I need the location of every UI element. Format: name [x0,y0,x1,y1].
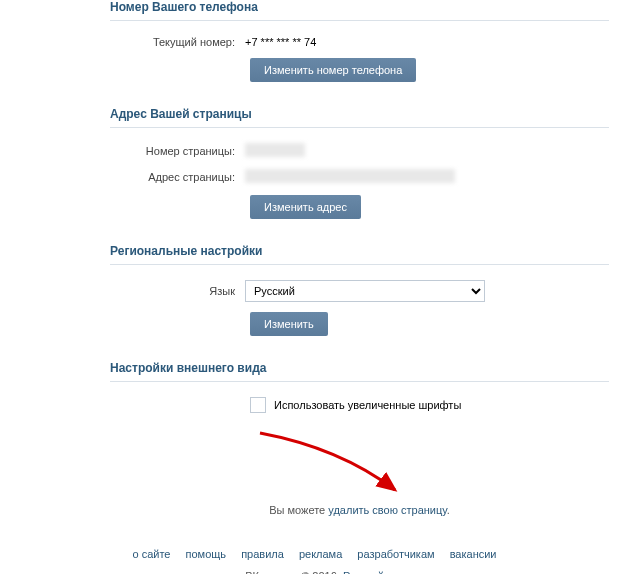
footer-links: о сайте помощь правила реклама разработч… [0,540,629,568]
footer-copyright: ВКонтакте © 2016 Русский [0,568,629,574]
phone-header: Номер Вашего телефона [110,0,609,21]
footer-jobs-link[interactable]: вакансии [450,548,497,560]
page-number-value-blurred [245,143,305,157]
current-phone-value: +7 *** *** ** 74 [245,36,316,48]
page-address-row: Адрес страницы: [110,169,609,185]
footer-language-link[interactable]: Русский [343,570,384,574]
page-address-value-blurred [245,169,455,183]
delete-suffix: . [447,504,450,516]
annotation-arrow-container [110,438,609,498]
language-select[interactable]: Русский [245,280,485,302]
address-header: Адрес Вашей страницы [110,107,609,128]
page-number-row: Номер страницы: [110,143,609,159]
change-language-button[interactable]: Изменить [250,312,328,336]
address-section: Адрес Вашей страницы Номер страницы: Адр… [110,107,609,219]
footer-help-link[interactable]: помощь [186,548,227,560]
current-phone-row: Текущий номер: +7 *** *** ** 74 [110,36,609,48]
change-phone-button[interactable]: Изменить номер телефона [250,58,416,82]
regional-header: Региональные настройки [110,244,609,265]
large-fonts-row: Использовать увеличенные шрифты [110,397,609,413]
footer-rules-link[interactable]: правила [241,548,284,560]
footer-about-link[interactable]: о сайте [132,548,170,560]
footer-brand: ВКонтакте [245,570,298,574]
footer-year: 2016 [312,570,336,574]
delete-account-link[interactable]: удалить свою страницу [328,504,446,516]
regional-section: Региональные настройки Язык Русский Изме… [110,244,609,336]
delete-prefix: Вы можете [269,504,328,516]
appearance-header: Настройки внешнего вида [110,361,609,382]
footer-developers-link[interactable]: разработчикам [357,548,434,560]
appearance-section: Настройки внешнего вида Использовать уве… [110,361,609,413]
change-address-button[interactable]: Изменить адрес [250,195,361,219]
page-address-label: Адрес страницы: [110,171,245,183]
current-phone-label: Текущий номер: [110,36,245,48]
phone-section: Номер Вашего телефона Текущий номер: +7 … [110,0,609,82]
large-fonts-checkbox[interactable] [250,397,266,413]
language-label: Язык [110,285,245,297]
red-arrow-icon [250,428,420,503]
language-row: Язык Русский [110,280,609,302]
footer-copyright-symbol: © [301,570,309,574]
page-number-label: Номер страницы: [110,145,245,157]
footer-ads-link[interactable]: реклама [299,548,342,560]
large-fonts-label: Использовать увеличенные шрифты [274,399,461,411]
